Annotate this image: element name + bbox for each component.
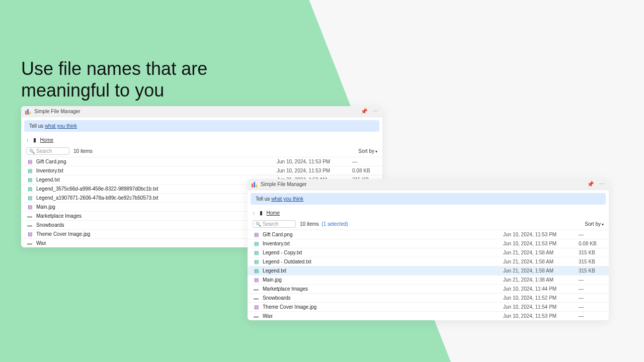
file-size: 315 KB: [579, 268, 604, 274]
file-size: —: [579, 313, 604, 319]
file-size: —: [579, 286, 604, 292]
app-logo-icon: [25, 109, 31, 115]
feedback-link[interactable]: what you think: [271, 196, 303, 202]
window-title: Simple File Manager: [261, 182, 587, 187]
file-date: Jun 10, 2024, 11:54 PM: [503, 304, 579, 310]
feedback-prefix: Tell us: [256, 196, 271, 202]
file-row[interactable]: ▤Inventory.txtJun 10, 2024, 11:53 PM0.08…: [248, 239, 609, 248]
file-row[interactable]: ▤Inventory.txtJun 10, 2024, 11:53 PM0.08…: [21, 166, 382, 175]
up-arrow-icon[interactable]: ↑: [26, 137, 29, 143]
search-icon: 🔍: [256, 222, 261, 227]
window-titlebar: Simple File Manager 📌 ⋯: [21, 106, 382, 117]
file-name: Snowboards: [36, 222, 277, 228]
file-size: 0.08 KB: [352, 168, 377, 173]
file-type-icon: ▤: [253, 250, 260, 255]
sort-by-dropdown[interactable]: Sort by▾: [358, 148, 377, 154]
file-name: Legend - Copy.txt: [263, 250, 503, 255]
selected-count: (1 selected): [321, 221, 348, 227]
file-name: Main.jpg: [36, 204, 277, 210]
file-date: Jun 10, 2024, 11:53 PM: [277, 159, 352, 164]
search-box[interactable]: 🔍: [26, 147, 69, 155]
search-input[interactable]: [263, 221, 293, 227]
file-name: Main.jpg: [263, 277, 503, 283]
feedback-prefix: Tell us: [29, 123, 45, 129]
file-row[interactable]: ▤Legend.txtJun 21, 2024, 1:58 AM315 KB: [248, 266, 609, 275]
file-type-icon: ▤: [26, 195, 33, 201]
up-arrow-icon[interactable]: ↑: [253, 210, 256, 216]
more-icon[interactable]: ⋯: [373, 108, 378, 115]
search-box[interactable]: 🔍: [253, 220, 296, 228]
pin-icon[interactable]: 📌: [361, 108, 368, 115]
file-name: Gift Card.png: [36, 159, 277, 164]
file-date: Jun 21, 2024, 1:58 AM: [503, 259, 579, 264]
file-date: Jun 21, 2024, 1:38 AM: [503, 277, 579, 283]
breadcrumb-home[interactable]: Home: [40, 137, 54, 143]
file-row[interactable]: ▤Legend - Copy.txtJun 21, 2024, 1:58 AM3…: [248, 248, 609, 257]
file-row[interactable]: ▬SnowboardsJun 10, 2024, 11:52 PM—: [248, 293, 609, 302]
file-name: Snowboards: [263, 295, 503, 301]
file-date: Jun 10, 2024, 11:53 PM: [503, 313, 579, 319]
file-manager-panel-after: Simple File Manager 📌 ⋯ Tell us what you…: [248, 179, 609, 320]
file-type-icon: ▤: [253, 232, 260, 237]
feedback-banner: Tell us what you think: [24, 120, 379, 132]
file-date: Jun 10, 2024, 11:52 PM: [503, 295, 579, 301]
file-name: Legend_3575c66d-a998-458e-8322-989897d0b…: [36, 186, 277, 192]
file-row[interactable]: ▤Theme Cover Image.jpgJun 10, 2024, 11:5…: [248, 302, 609, 311]
more-icon[interactable]: ⋯: [599, 181, 605, 188]
file-name: Marketplace Images: [263, 286, 503, 292]
file-type-icon: ▤: [26, 177, 33, 183]
file-date: Jun 10, 2024, 11:44 PM: [503, 286, 579, 292]
file-name: Theme Cover Image.jpg: [36, 231, 277, 237]
file-size: —: [579, 295, 604, 301]
file-name: Legend - Outdated.txt: [263, 259, 503, 264]
file-name: Gift Card.png: [263, 232, 503, 237]
file-type-icon: ▤: [253, 277, 260, 283]
pin-icon[interactable]: 📌: [587, 181, 594, 188]
file-type-icon: ▤: [253, 268, 260, 274]
file-size: —: [579, 277, 604, 283]
file-type-icon: ▤: [26, 186, 33, 192]
item-count: 10 items: [73, 148, 93, 154]
sort-by-dropdown[interactable]: Sort by▾: [585, 221, 604, 227]
feedback-link[interactable]: what you think: [45, 123, 77, 129]
app-logo-icon: [252, 182, 258, 188]
file-name: Legend_a1907871-2606-478a-b89c-be92c7b50…: [36, 195, 277, 201]
file-type-icon: ▤: [26, 204, 33, 210]
file-date: Jun 10, 2024, 11:53 PM: [503, 241, 579, 246]
file-type-icon: ▬: [253, 313, 260, 319]
file-date: Jun 10, 2024, 11:53 PM: [503, 232, 579, 237]
file-type-icon: ▤: [26, 231, 33, 237]
file-type-icon: ▬: [26, 222, 33, 228]
file-name: Wax: [36, 240, 277, 246]
file-name: Theme Cover Image.jpg: [263, 304, 503, 310]
file-type-icon: ▤: [26, 168, 33, 173]
search-row: 🔍 10 items Sort by▾: [21, 145, 382, 157]
file-type-icon: ▬: [26, 240, 33, 246]
file-list: ▤Gift Card.pngJun 10, 2024, 11:53 PM—▤In…: [248, 230, 609, 320]
search-input[interactable]: [36, 148, 66, 154]
file-date: Jun 21, 2024, 1:58 AM: [503, 250, 579, 255]
file-type-icon: ▤: [253, 241, 260, 246]
file-size: —: [579, 232, 604, 237]
file-type-icon: ▤: [253, 259, 260, 264]
search-row: 🔍 10 items (1 selected) Sort by▾: [248, 218, 609, 230]
file-row[interactable]: ▤Main.jpgJun 21, 2024, 1:38 AM—: [248, 275, 609, 284]
file-size: —: [579, 304, 604, 310]
search-icon: 🔍: [29, 149, 35, 154]
file-size: 315 KB: [579, 250, 604, 255]
file-row[interactable]: ▤Gift Card.pngJun 10, 2024, 11:53 PM—: [248, 230, 609, 239]
breadcrumb-home[interactable]: Home: [267, 210, 280, 216]
file-size: 0.08 KB: [579, 241, 604, 246]
file-type-icon: ▤: [26, 159, 33, 164]
file-row[interactable]: ▤Legend - Outdated.txtJun 21, 2024, 1:58…: [248, 257, 609, 266]
item-count: 10 items (1 selected): [300, 221, 348, 227]
page-headline: Use file names that are meaningful to yo…: [21, 58, 222, 101]
file-row[interactable]: ▤Gift Card.pngJun 10, 2024, 11:53 PM—: [21, 157, 382, 166]
file-row[interactable]: ▬Marketplace ImagesJun 10, 2024, 11:44 P…: [248, 284, 609, 293]
file-name: Legend.txt: [263, 268, 503, 274]
folder-icon: ▮: [33, 137, 36, 143]
chevron-down-icon: ▾: [375, 149, 377, 154]
file-type-icon: ▬: [26, 213, 33, 219]
file-row[interactable]: ▬WaxJun 10, 2024, 11:53 PM—: [248, 311, 609, 320]
file-date: Jun 21, 2024, 1:58 AM: [503, 268, 579, 274]
